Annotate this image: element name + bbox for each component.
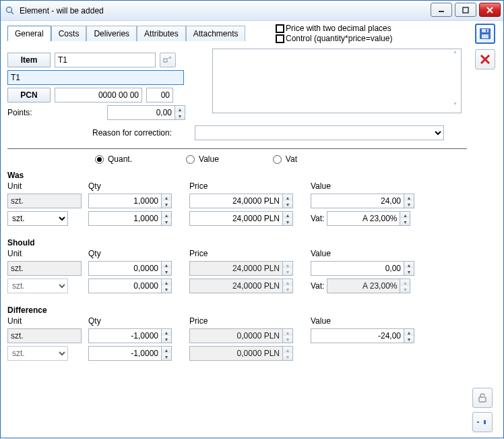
delete-button[interactable] — [475, 49, 495, 69]
radio-icon — [186, 155, 195, 164]
scroll-up-icon[interactable]: ˄ — [450, 51, 460, 60]
tab-general[interactable]: General — [7, 26, 51, 41]
tab-deliveries[interactable]: Deliveries — [86, 26, 137, 41]
was-qty1[interactable]: ▲▼ — [88, 194, 183, 208]
check-control[interactable]: Control (quantity*price=value) — [276, 34, 392, 44]
chevron-down-icon[interactable]: ▼ — [175, 113, 185, 119]
reason-label: Reason for correction: — [92, 128, 172, 138]
window-title: Element - will be added — [20, 6, 104, 16]
points-spinner[interactable]: ▲▼ — [107, 105, 185, 120]
pcn-button[interactable]: PCN — [7, 88, 51, 103]
col-unit: Unit — [7, 181, 82, 191]
svg-rect-6 — [164, 59, 167, 62]
should-vat-label: Vat: — [311, 281, 324, 291]
should-price1: ▲▼ — [189, 261, 304, 276]
radio-value[interactable]: Value — [186, 154, 219, 164]
checkbox-icon — [276, 34, 284, 43]
was-vat[interactable]: ▲▼ — [327, 211, 410, 226]
radio-icon — [95, 155, 104, 164]
pcn-suffix-input[interactable] — [146, 88, 173, 103]
col-value: Value — [311, 181, 425, 191]
x-icon — [480, 54, 491, 65]
diff-unit1 — [7, 328, 82, 343]
should-price2: ▲▼ — [189, 279, 304, 293]
pin-icon — [477, 417, 488, 428]
should-unit2: szt. — [7, 279, 68, 293]
item-code-input[interactable] — [55, 53, 156, 67]
save-button[interactable] — [475, 24, 495, 44]
radio-icon — [273, 155, 282, 164]
should-unit1 — [7, 261, 82, 276]
item-name-input[interactable] — [7, 70, 184, 85]
minimize-button[interactable] — [431, 3, 452, 17]
was-unit1 — [7, 194, 82, 208]
svg-rect-14 — [479, 397, 486, 402]
radio-quant[interactable]: Quant. — [95, 154, 132, 164]
unlock-button[interactable] — [472, 388, 493, 408]
tabs: General Costs Deliveries Attributes Atta… — [7, 25, 245, 40]
svg-rect-10 — [482, 34, 489, 38]
item-lookup-button[interactable] — [160, 53, 176, 67]
maximize-button[interactable] — [455, 3, 476, 17]
tab-attachments[interactable]: Attachments — [186, 26, 246, 41]
floppy-icon — [479, 28, 491, 40]
points-label: Points: — [7, 108, 51, 117]
unlock-icon — [477, 392, 488, 403]
was-qty2[interactable]: ▲▼ — [88, 211, 183, 226]
pin-button[interactable] — [472, 412, 493, 432]
col-qty: Qty — [88, 181, 183, 191]
should-vat: ▲▼ — [327, 279, 410, 293]
reason-combo[interactable] — [195, 125, 444, 140]
should-value1[interactable]: ▲▼ — [311, 261, 425, 276]
titlebar: Element - will be added — [1, 1, 503, 21]
item-button[interactable]: Item — [7, 53, 51, 67]
svg-rect-3 — [463, 7, 468, 13]
svg-line-1 — [11, 11, 14, 14]
check-decimal[interactable]: Price with two decimal places — [276, 24, 392, 34]
radio-vat[interactable]: Vat — [273, 154, 297, 164]
was-unit2[interactable]: szt. — [7, 211, 68, 226]
was-price1[interactable]: ▲▼ — [189, 194, 304, 208]
was-price2[interactable]: ▲▼ — [189, 211, 304, 226]
section-should-title: Should — [7, 238, 467, 247]
was-vat-label: Vat: — [311, 214, 324, 223]
window: Element - will be added General Costs De… — [0, 0, 504, 438]
svg-point-0 — [7, 7, 12, 12]
section-diff-title: Difference — [7, 305, 467, 315]
tab-attributes[interactable]: Attributes — [137, 26, 186, 41]
pcn-code-input[interactable] — [55, 88, 142, 103]
checkbox-icon — [276, 24, 284, 33]
col-price: Price — [189, 181, 304, 191]
diff-price2: ▲▼ — [189, 346, 304, 361]
tab-costs[interactable]: Costs — [51, 26, 87, 41]
close-button[interactable] — [479, 3, 501, 17]
scroll-down-icon[interactable]: ˅ — [450, 102, 460, 111]
diff-value1[interactable]: ▲▼ — [311, 328, 425, 343]
diff-unit2: szt. — [7, 346, 68, 361]
svg-rect-9 — [482, 29, 489, 32]
magnifier-icon — [5, 5, 15, 16]
diff-price1: ▲▼ — [189, 328, 304, 343]
chevron-up-icon[interactable]: ▲ — [175, 106, 185, 113]
was-value1[interactable]: ▲▼ — [311, 194, 425, 208]
description-textarea[interactable]: ˄ ˅ — [212, 49, 462, 113]
diff-qty2[interactable]: ▲▼ — [88, 346, 183, 361]
section-was-title: Was — [7, 171, 467, 180]
should-qty1[interactable]: ▲▼ — [88, 261, 183, 276]
diff-qty1[interactable]: ▲▼ — [88, 328, 183, 343]
should-qty2[interactable]: ▲▼ — [88, 279, 183, 293]
svg-rect-11 — [486, 30, 487, 32]
